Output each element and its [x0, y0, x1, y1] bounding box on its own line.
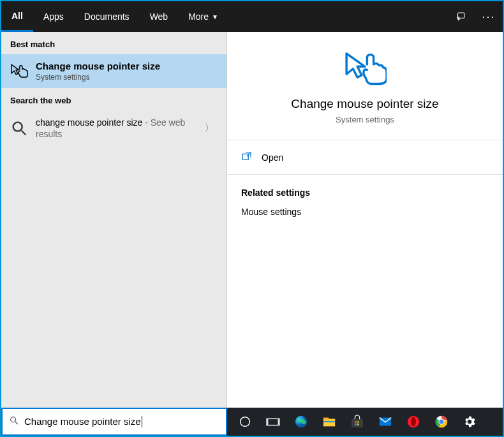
- result-best-match[interactable]: Change mouse pointer size System setting…: [1, 54, 226, 88]
- search-icon: [10, 119, 28, 137]
- svg-point-6: [241, 417, 250, 427]
- cortana-icon[interactable]: [231, 408, 259, 436]
- chevron-right-icon: 〉: [205, 122, 218, 134]
- web-result-query: change mouse pointer size: [36, 117, 142, 128]
- svg-rect-7: [268, 418, 279, 425]
- opera-icon[interactable]: [399, 408, 427, 436]
- svg-rect-15: [355, 421, 357, 423]
- feedback-icon[interactable]: [447, 1, 475, 32]
- tab-documents[interactable]: Documents: [74, 1, 140, 32]
- tab-apps[interactable]: Apps: [33, 1, 74, 32]
- detail-subtitle: System settings: [336, 115, 394, 124]
- open-action[interactable]: Open: [227, 140, 503, 175]
- tab-documents-label: Documents: [84, 11, 130, 22]
- task-view-icon[interactable]: [259, 408, 287, 436]
- pointer-size-icon: [10, 63, 28, 80]
- detail-pane: Change mouse pointer size System setting…: [227, 32, 503, 408]
- result-subtitle: System settings: [36, 73, 218, 82]
- svg-rect-3: [242, 154, 248, 159]
- result-web-search[interactable]: change mouse pointer size - See web resu…: [1, 110, 226, 146]
- svg-rect-16: [357, 421, 359, 423]
- search-web-header: Search the web: [1, 88, 226, 110]
- open-icon: [241, 151, 253, 164]
- file-explorer-icon[interactable]: [315, 408, 343, 436]
- search-input[interactable]: Change mouse pointer size: [1, 408, 227, 436]
- microsoft-store-icon[interactable]: [343, 408, 371, 436]
- tab-all[interactable]: All: [1, 1, 33, 32]
- edge-icon[interactable]: [287, 408, 315, 436]
- svg-point-22: [411, 417, 416, 427]
- related-heading: Related settings: [241, 188, 489, 198]
- svg-rect-17: [355, 424, 357, 426]
- svg-line-2: [22, 131, 26, 135]
- search-tabs: All Apps Documents Web More▼ ···: [1, 1, 503, 32]
- svg-rect-14: [352, 419, 363, 427]
- mail-icon[interactable]: [371, 408, 399, 436]
- result-title: Change mouse pointer size: [36, 61, 218, 71]
- svg-rect-13: [323, 421, 335, 422]
- settings-icon[interactable]: [456, 408, 484, 436]
- tab-all-label: All: [11, 11, 23, 21]
- results-pane: Best match Change mouse pointer size Sys…: [1, 32, 227, 408]
- more-options-icon[interactable]: ···: [475, 1, 503, 32]
- tab-more-label: More: [188, 11, 209, 22]
- taskbar: [227, 408, 503, 436]
- svg-rect-12: [323, 418, 329, 420]
- svg-rect-18: [357, 424, 359, 426]
- open-label: Open: [262, 152, 283, 163]
- svg-line-5: [15, 422, 18, 424]
- related-mouse-settings[interactable]: Mouse settings: [241, 207, 489, 217]
- svg-point-1: [13, 122, 22, 131]
- chevron-down-icon: ▼: [212, 13, 218, 20]
- tab-more[interactable]: More▼: [178, 1, 228, 32]
- tab-web[interactable]: Web: [140, 1, 179, 32]
- tab-apps-label: Apps: [43, 11, 64, 22]
- search-icon: [9, 415, 19, 428]
- detail-title: Change mouse pointer size: [291, 97, 438, 111]
- search-text: Change mouse pointer size: [24, 416, 142, 427]
- pointer-size-icon: [343, 50, 387, 85]
- svg-point-4: [11, 417, 16, 422]
- chrome-icon[interactable]: [427, 408, 456, 436]
- best-match-header: Best match: [1, 32, 226, 54]
- tab-web-label: Web: [150, 11, 168, 22]
